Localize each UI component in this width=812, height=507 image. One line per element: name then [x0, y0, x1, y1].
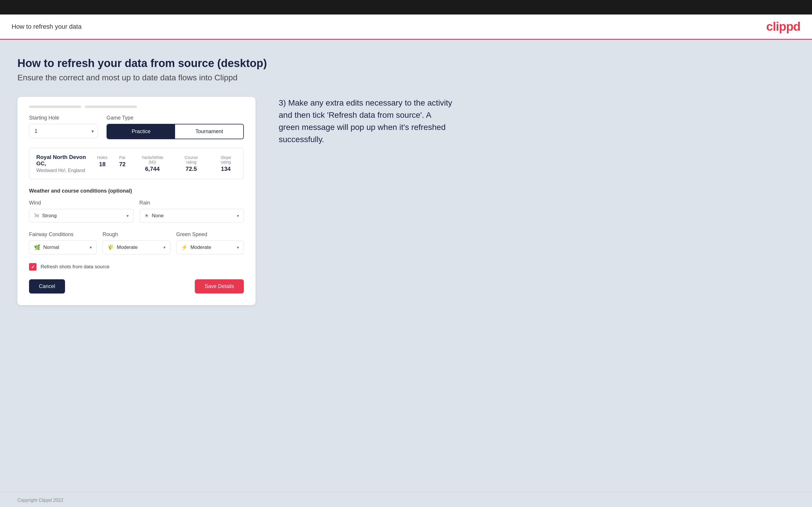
- par-value: 72: [119, 161, 125, 168]
- practice-button[interactable]: Practice: [107, 124, 175, 138]
- green-speed-value: Moderate: [191, 244, 237, 250]
- yards-stat: Yards/White (M)) 6,744: [137, 155, 167, 172]
- check-icon: ✓: [31, 264, 35, 270]
- footer: Copyright Clippd 2022: [0, 492, 812, 507]
- green-speed-chevron-icon: ▾: [237, 245, 239, 250]
- tournament-button[interactable]: Tournament: [175, 124, 243, 138]
- starting-hole-select[interactable]: 1: [29, 124, 98, 138]
- starting-hole-label: Starting Hole: [29, 115, 98, 121]
- wind-group: Wind 🌬 Strong ▾: [29, 200, 134, 223]
- par-stat: Par 72: [119, 155, 125, 172]
- fairway-icon: 🌿: [34, 244, 40, 250]
- instruction-text: 3) Make any extra edits necessary to the…: [279, 97, 453, 146]
- rough-icon: 🌾: [107, 244, 114, 250]
- main-content: How to refresh your data from source (de…: [0, 40, 812, 492]
- holes-label: Holes: [97, 155, 108, 160]
- rough-value: Moderate: [117, 244, 163, 250]
- refresh-checkbox-label: Refresh shots from data source: [41, 264, 109, 270]
- holes-value: 18: [97, 161, 108, 168]
- course-name: Royal North Devon GC,: [36, 154, 97, 167]
- slope-rating-value: 134: [215, 166, 237, 172]
- page-heading: How to refresh your data from source (de…: [17, 57, 795, 70]
- rain-label: Rain: [139, 200, 244, 206]
- rough-dropdown[interactable]: 🌾 Moderate ▾: [102, 240, 170, 255]
- header: How to refresh your data clippd: [0, 14, 812, 40]
- rain-value: None: [152, 213, 237, 219]
- wind-chevron-icon: ▾: [126, 214, 129, 218]
- course-name-area: Royal North Devon GC, Westward Ho!, Engl…: [36, 154, 97, 173]
- course-info-box: Royal North Devon GC, Westward Ho!, Engl…: [29, 148, 244, 179]
- course-rating-stat: Course rating 72.5: [179, 155, 204, 172]
- course-rating-value: 72.5: [179, 166, 204, 172]
- page-subheading: Ensure the correct and most up to date d…: [17, 73, 795, 82]
- rough-label: Rough: [102, 231, 170, 237]
- holes-stat: Holes 18: [97, 155, 108, 172]
- rain-group: Rain ☀ None ▾: [139, 200, 244, 223]
- rain-icon: ☀: [144, 213, 149, 219]
- slope-rating-stat: Slope rating 134: [215, 155, 237, 172]
- wind-icon: 🌬: [34, 213, 39, 219]
- copyright-text: Copyright Clippd 2022: [17, 498, 63, 503]
- rain-dropdown[interactable]: ☀ None ▾: [139, 209, 244, 223]
- rough-chevron-icon: ▾: [163, 245, 165, 250]
- refresh-checkbox[interactable]: ✓: [29, 263, 37, 271]
- yards-label: Yards/White (M)): [137, 155, 167, 164]
- course-location: Westward Ho!, England: [36, 168, 97, 173]
- par-label: Par: [119, 155, 125, 160]
- fairway-chevron-icon: ▾: [90, 245, 92, 250]
- green-speed-dropdown[interactable]: ⚡ Moderate ▾: [176, 240, 244, 255]
- page-breadcrumb: How to refresh your data: [12, 23, 82, 31]
- starting-hole-wrapper[interactable]: 1 ▾: [29, 124, 98, 138]
- course-rating-label: Course rating: [179, 155, 204, 164]
- cancel-button[interactable]: Cancel: [29, 279, 65, 293]
- rain-chevron-icon: ▾: [237, 214, 239, 218]
- wind-dropdown[interactable]: 🌬 Strong ▾: [29, 209, 134, 222]
- starting-hole-group: Starting Hole 1 ▾: [29, 115, 98, 139]
- green-speed-icon: ⚡: [181, 244, 188, 250]
- fairway-dropdown[interactable]: 🌿 Normal ▾: [29, 240, 97, 255]
- fairway-label: Fairway Conditions: [29, 231, 97, 237]
- wind-value: Strong: [42, 213, 126, 219]
- button-row: Cancel Save Details: [29, 279, 244, 293]
- game-type-toggle: Practice Tournament: [107, 124, 244, 139]
- form-row-top: Starting Hole 1 ▾ Game Type Practice Tou…: [29, 115, 244, 139]
- game-type-label: Game Type: [107, 115, 244, 121]
- form-card: Starting Hole 1 ▾ Game Type Practice Tou…: [17, 97, 255, 305]
- content-area: Starting Hole 1 ▾ Game Type Practice Tou…: [17, 97, 795, 305]
- green-speed-group: Green Speed ⚡ Moderate ▾: [176, 231, 244, 255]
- course-stats: Holes 18 Par 72 Yards/White (M)) 6,744 C…: [97, 155, 237, 172]
- green-speed-label: Green Speed: [176, 231, 244, 237]
- logo: clippd: [766, 20, 800, 34]
- slope-rating-label: Slope rating: [215, 155, 237, 164]
- refresh-checkbox-row: ✓ Refresh shots from data source: [29, 263, 244, 271]
- yards-value: 6,744: [137, 166, 167, 172]
- save-button[interactable]: Save Details: [195, 279, 244, 293]
- conditions-row-2: Fairway Conditions 🌿 Normal ▾ Rough 🌾 Mo…: [29, 231, 244, 255]
- wind-label: Wind: [29, 200, 134, 206]
- fairway-value: Normal: [43, 244, 90, 250]
- conditions-row-1: Wind 🌬 Strong ▾ Rain ☀ None ▾: [29, 200, 244, 223]
- game-type-group: Game Type Practice Tournament: [107, 115, 244, 139]
- fairway-group: Fairway Conditions 🌿 Normal ▾: [29, 231, 97, 255]
- rough-group: Rough 🌾 Moderate ▾: [102, 231, 170, 255]
- conditions-title: Weather and course conditions (optional): [29, 188, 244, 194]
